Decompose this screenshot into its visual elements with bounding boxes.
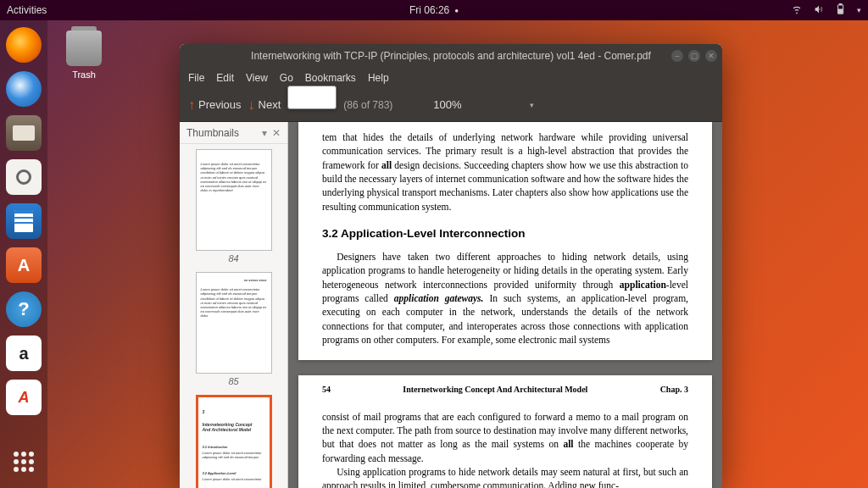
files-icon[interactable]	[6, 115, 42, 151]
sidebar-title: Thumbnails	[186, 127, 239, 139]
page-count: (86 of 783)	[343, 99, 392, 111]
window-title: Internetworking with TCP-IP (Principles,…	[251, 50, 651, 62]
show-apps-button[interactable]	[6, 444, 42, 480]
svg-rect-1	[839, 3, 842, 4]
battery-icon[interactable]	[835, 3, 847, 18]
network-icon[interactable]	[791, 3, 803, 18]
menu-help[interactable]: Help	[368, 72, 389, 84]
minimize-button[interactable]: –	[671, 50, 683, 62]
trash-label: Trash	[72, 69, 96, 80]
power-icon[interactable]: ▾	[857, 6, 861, 14]
toolbar: ↑Previous ↓Next (86 of 783) 100%▾	[180, 88, 722, 122]
amazon-icon[interactable]: a	[6, 336, 42, 371]
activity-icon[interactable]: A	[6, 380, 42, 415]
trash-desktop-icon[interactable]: Trash	[66, 30, 102, 80]
menu-file[interactable]: File	[188, 72, 204, 84]
libreoffice-writer-icon[interactable]	[6, 203, 42, 239]
volume-icon[interactable]	[813, 3, 825, 18]
page-number: 54	[322, 384, 331, 396]
menu-edit[interactable]: Edit	[216, 72, 234, 84]
ubuntu-software-icon[interactable]: A	[6, 247, 42, 283]
sidebar: Thumbnails ▾✕ Lorem ipsum dolor sit amet…	[180, 122, 288, 488]
firefox-icon[interactable]	[6, 27, 42, 63]
help-icon[interactable]: ?	[6, 291, 42, 327]
close-button[interactable]: ✕	[705, 50, 717, 62]
top-bar: Activities Fri 06:26● ▾	[0, 0, 868, 20]
pdf-viewer-window: Internetworking with TCP-IP (Principles,…	[180, 44, 722, 488]
thumbnail-86[interactable]: 3Internetworking ConceptAnd Architectura…	[185, 395, 282, 488]
trash-icon	[66, 30, 102, 66]
thunderbird-icon[interactable]	[6, 71, 42, 107]
page-next: 54 Internetworking Concept And Architect…	[298, 375, 712, 488]
sidebar-header: Thumbnails ▾✕	[180, 122, 287, 144]
next-button[interactable]: ↓Next	[248, 97, 281, 113]
clock[interactable]: Fri 06:26●	[409, 4, 459, 16]
arrow-down-icon: ↓	[248, 97, 255, 113]
arrow-up-icon: ↑	[188, 97, 195, 113]
thumbnail-list[interactable]: Lorem ipsum dolor sit amet consectetur a…	[180, 144, 287, 488]
page-number-input[interactable]	[287, 86, 337, 109]
titlebar[interactable]: Internetworking with TCP-IP (Principles,…	[180, 44, 722, 68]
page-current-top: tem that hides the details of underlying…	[298, 122, 712, 360]
menubar: File Edit View Go Bookmarks Help	[180, 68, 722, 88]
menu-view[interactable]: View	[246, 72, 268, 84]
menu-go[interactable]: Go	[280, 72, 293, 84]
page-header-title: Internetworking Concept And Architectura…	[403, 384, 587, 396]
maximize-button[interactable]: ▢	[688, 50, 700, 62]
chevron-down-icon: ▾	[530, 101, 534, 109]
thumbnail-85[interactable]: xx xxxxx xxxxLorem ipsum dolor sit amet …	[185, 272, 282, 386]
svg-rect-2	[838, 9, 842, 13]
prev-button[interactable]: ↑Previous	[188, 97, 242, 113]
document-view[interactable]: tem that hides the details of underlying…	[288, 122, 722, 488]
sidebar-menu-icon[interactable]: ▾	[262, 127, 267, 139]
section-heading: 3.2 Application-Level Interconnection	[322, 225, 688, 241]
menu-bookmarks[interactable]: Bookmarks	[305, 72, 356, 84]
zoom-select[interactable]: 100%▾	[433, 98, 533, 111]
page-chapter: Chap. 3	[660, 384, 688, 396]
dock: A ? a A	[0, 20, 47, 488]
thumbnail-84[interactable]: Lorem ipsum dolor sit amet consectetur a…	[185, 149, 282, 263]
rhythmbox-icon[interactable]	[6, 159, 42, 195]
activities-button[interactable]: Activities	[7, 4, 47, 16]
sidebar-close-icon[interactable]: ✕	[272, 127, 281, 139]
